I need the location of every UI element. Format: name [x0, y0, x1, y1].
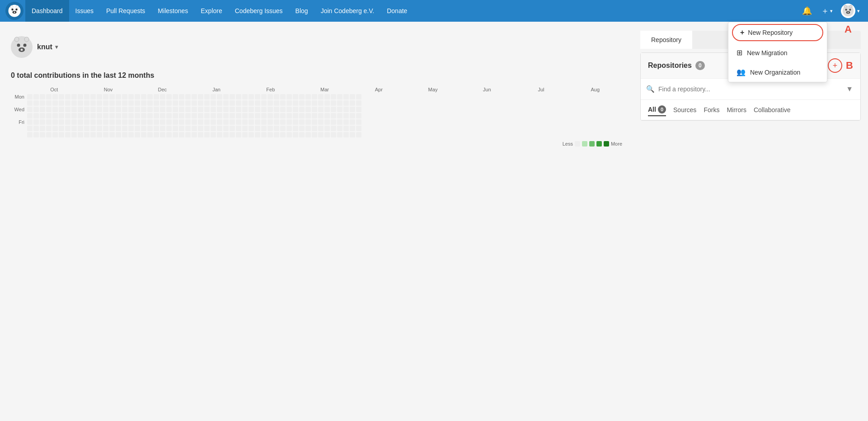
navbar-link-milestones[interactable]: Milestones: [151, 0, 194, 22]
navbar-link-pullrequests[interactable]: Pull Requests: [100, 0, 151, 22]
navbar-link-dashboard[interactable]: Dashboard: [25, 0, 69, 22]
create-menu-button[interactable]: ＋ ▾: [817, 0, 836, 22]
filter-button[interactable]: ▼: [844, 83, 855, 95]
filter-tab-all[interactable]: All 0: [648, 104, 666, 116]
contribution-cell: [217, 132, 222, 137]
contribution-cell: [299, 126, 305, 131]
contribution-cell: [128, 113, 134, 118]
navbar-link-codebergissues[interactable]: Codeberg Issues: [229, 0, 289, 22]
filter-tab-sources[interactable]: Sources: [673, 104, 696, 115]
contribution-cell: [179, 126, 184, 131]
navbar-link-explore[interactable]: Explore: [194, 0, 228, 22]
filter-tab-forks[interactable]: Forks: [704, 104, 719, 115]
contribution-cell: [160, 119, 165, 125]
contribution-graph: Oct Nov Dec Jan Feb Mar Apr May Jun Jul …: [11, 87, 622, 147]
contribution-cell: [230, 126, 235, 131]
contribution-cell: [324, 119, 330, 125]
contribution-cell: [236, 126, 241, 131]
contribution-cell: [40, 119, 45, 125]
filter-tab-collaborative[interactable]: Collaborative: [754, 104, 791, 115]
contribution-cell: [356, 113, 361, 118]
contribution-cell: [109, 94, 115, 99]
contribution-cell: [204, 94, 210, 99]
legend-more-label: More: [611, 141, 622, 147]
contribution-legend: Less More: [11, 141, 622, 147]
contribution-cell: [198, 132, 203, 137]
svg-point-8: [845, 9, 847, 10]
contribution-cell: [84, 100, 89, 106]
annotation-b: B: [846, 60, 853, 71]
contribution-cell: [299, 94, 305, 99]
site-logo[interactable]: [5, 2, 23, 20]
legend-cell-2: [589, 141, 595, 147]
contribution-cell: [249, 113, 254, 118]
contribution-cell: [280, 107, 286, 112]
navbar-link-blog[interactable]: Blog: [289, 0, 314, 22]
contribution-cell: [211, 126, 216, 131]
contribution-cell: [141, 132, 146, 137]
new-organization-item[interactable]: 👥 New Organization: [728, 62, 827, 82]
contribution-cell: [154, 100, 159, 106]
contribution-cell: [192, 107, 197, 112]
contribution-cell: [90, 119, 96, 125]
contribution-cell: [211, 94, 216, 99]
day-label: Fri: [11, 119, 27, 125]
contribution-cell: [280, 113, 286, 118]
contribution-cell: [230, 132, 235, 137]
contribution-cell: [223, 94, 229, 99]
contribution-cell: [198, 119, 203, 125]
navbar-link-donate[interactable]: Donate: [380, 0, 413, 22]
month-feb: Feb: [244, 87, 298, 92]
repos-add-button[interactable]: +: [828, 58, 842, 73]
contribution-cell: [324, 113, 330, 118]
contribution-cell: [141, 113, 146, 118]
new-repository-item[interactable]: + New Repository: [732, 24, 823, 41]
navbar-link-joincodeberg[interactable]: Join Codeberg e.V.: [314, 0, 381, 22]
svg-point-9: [849, 9, 851, 10]
svg-point-12: [844, 5, 847, 8]
month-may: May: [406, 87, 460, 92]
contribution-cell: [255, 113, 260, 118]
user-avatar-large: [11, 36, 33, 58]
contribution-cell: [356, 119, 361, 125]
contribution-cell: [185, 126, 191, 131]
contribution-cell: [173, 94, 178, 99]
contribution-cell: [147, 132, 153, 137]
contribution-cell: [217, 126, 222, 131]
notifications-button[interactable]: 🔔: [798, 0, 816, 22]
contribution-cell: [173, 132, 178, 137]
contribution-cell: [217, 107, 222, 112]
contribution-cell: [255, 100, 260, 106]
new-migration-item[interactable]: ⊞ New Migration: [728, 43, 827, 62]
filter-tab-mirrors[interactable]: Mirrors: [727, 104, 746, 115]
contribution-cell: [337, 132, 343, 137]
contribution-cell: [337, 119, 343, 125]
contribution-cell: [223, 132, 229, 137]
contribution-cell: [343, 107, 349, 112]
contribution-cell: [141, 126, 146, 131]
navbar-link-issues[interactable]: Issues: [69, 0, 100, 22]
new-organization-label: New Organization: [750, 69, 800, 76]
contribution-cell: [274, 132, 279, 137]
contribution-cell: [217, 113, 222, 118]
contribution-cell: [71, 107, 77, 112]
repository-tab[interactable]: Repository: [640, 31, 692, 49]
month-labels: Oct Nov Dec Jan Feb Mar Apr May Jun Jul …: [27, 87, 622, 92]
contribution-cell: [65, 107, 70, 112]
month-jan: Jan: [189, 87, 244, 92]
contribution-cell: [312, 94, 317, 99]
user-avatar-button[interactable]: ▾: [838, 0, 863, 22]
contrib-row: [11, 126, 622, 131]
contribution-cell: [286, 100, 292, 106]
contribution-cell: [116, 94, 121, 99]
contribution-cell: [261, 113, 267, 118]
contribution-cell: [249, 126, 254, 131]
contribution-cell: [135, 94, 140, 99]
username[interactable]: knut ▾: [37, 43, 58, 51]
contribution-cell: [305, 94, 311, 99]
contribution-cell: [331, 119, 336, 125]
search-input[interactable]: [658, 85, 840, 93]
contribution-cell: [90, 132, 96, 137]
contribution-cell: [305, 113, 311, 118]
contribution-cell: [160, 126, 165, 131]
